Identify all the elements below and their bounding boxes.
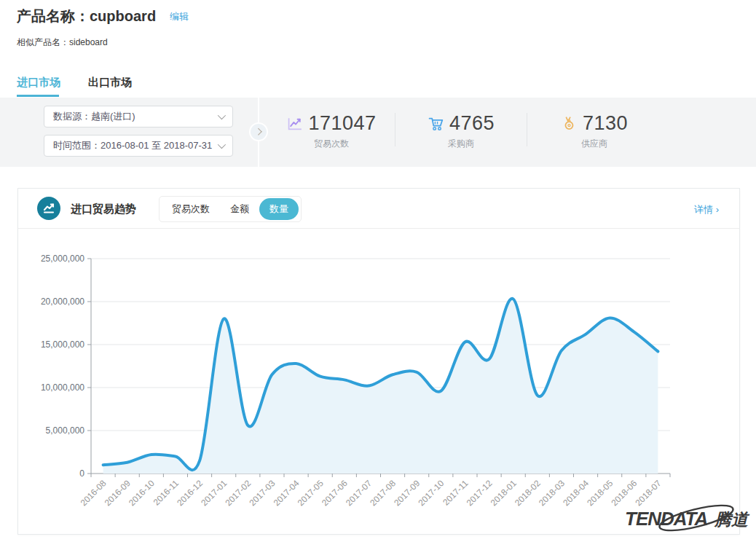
trend-chart-area: 05,000,00010,000,00015,000,00020,000,000…	[18, 229, 739, 534]
metric-toggle-group: 贸易次数 金额 数量	[159, 196, 302, 222]
svg-text:0: 0	[79, 468, 84, 479]
date-range-select[interactable]: 时间范围：2016-08-01 至 2018-07-31	[44, 135, 233, 157]
active-tab-underline	[17, 95, 59, 97]
svg-text:2017-07: 2017-07	[344, 478, 374, 508]
suppliers-label: 供应商	[581, 138, 607, 150]
logo-text-cjk: 腾道	[714, 510, 750, 529]
svg-text:25,000,000: 25,000,000	[41, 254, 84, 264]
svg-text:10,000,000: 10,000,000	[41, 382, 84, 393]
svg-text:2016-10: 2016-10	[127, 478, 157, 508]
detail-link[interactable]: 详情 ›	[694, 203, 719, 216]
filter-bar: 数据源：越南(进口) 时间范围：2016-08-01 至 2018-07-31 …	[0, 98, 756, 167]
svg-text:2017-05: 2017-05	[296, 478, 326, 508]
edit-link[interactable]: 编辑	[170, 10, 189, 23]
svg-text:15,000,000: 15,000,000	[41, 339, 84, 350]
trend-card-title: 进口贸易趋势	[71, 203, 136, 216]
trade-count-label: 贸易次数	[314, 138, 349, 150]
trend-chart: 05,000,00010,000,00015,000,00020,000,000…	[18, 229, 739, 534]
svg-text:2016-08: 2016-08	[79, 478, 109, 508]
buyers-label: 采购商	[448, 138, 474, 150]
stat-buyers: 4765 采购商	[428, 112, 495, 150]
tab-export-market[interactable]: 出口市场	[88, 76, 132, 90]
chevron-down-icon	[218, 141, 226, 149]
svg-text:2018-05: 2018-05	[585, 478, 615, 508]
expand-next-button[interactable]	[249, 122, 268, 141]
svg-text:2016-09: 2016-09	[103, 478, 133, 508]
svg-text:2017-02: 2017-02	[223, 478, 253, 508]
date-range-value: 时间范围：2016-08-01 至 2018-07-31	[53, 139, 212, 152]
svg-text:2018-04: 2018-04	[561, 478, 591, 508]
svg-text:2016-12: 2016-12	[175, 478, 205, 508]
chevron-down-icon	[218, 111, 226, 119]
import-trend-card: 进口贸易趋势 贸易次数 金额 数量 详情 › 05,000,00010,000,…	[17, 188, 740, 535]
svg-text:20,000,000: 20,000,000	[41, 296, 84, 307]
toggle-trade-count[interactable]: 贸易次数	[162, 198, 220, 220]
stat-suppliers: 7130 供应商	[561, 112, 628, 150]
trade-count-value: 171047	[308, 112, 376, 135]
page-title: 产品名称：cupboard	[17, 7, 156, 26]
svg-text:2017-03: 2017-03	[248, 478, 277, 508]
toggle-quantity[interactable]: 数量	[259, 198, 299, 220]
svg-text:2018-02: 2018-02	[513, 478, 543, 508]
data-source-value: 数据源：越南(进口)	[53, 110, 135, 123]
divider	[527, 113, 527, 146]
trend-card-header: 进口贸易趋势 贸易次数 金额 数量 详情 ›	[18, 189, 739, 229]
svg-text:2017-01: 2017-01	[199, 478, 229, 508]
svg-text:2017-08: 2017-08	[368, 478, 398, 508]
buyers-value: 4765	[449, 112, 495, 135]
svg-text:2017-06: 2017-06	[320, 478, 350, 508]
svg-text:2017-12: 2017-12	[465, 478, 495, 508]
market-tabs: 进口市场 出口市场	[17, 76, 132, 90]
logo-text: TENDATA	[625, 508, 707, 530]
suppliers-value: 7130	[583, 112, 628, 135]
svg-text:2018-01: 2018-01	[489, 478, 519, 508]
svg-text:2017-10: 2017-10	[416, 478, 446, 508]
data-source-select[interactable]: 数据源：越南(进口)	[44, 106, 233, 127]
similar-product-label: 相似产品名：sideboard	[17, 36, 108, 49]
divider	[395, 113, 395, 146]
toggle-amount[interactable]: 金额	[220, 198, 259, 220]
svg-text:2017-04: 2017-04	[272, 478, 302, 508]
chevron-right-icon	[254, 127, 261, 135]
medal-icon	[561, 115, 578, 132]
tendata-logo: TENDATA 腾道	[623, 500, 756, 541]
svg-text:5,000,000: 5,000,000	[46, 425, 85, 436]
svg-text:2017-09: 2017-09	[392, 478, 422, 508]
cart-icon	[428, 115, 444, 132]
trend-chart-icon	[37, 197, 60, 220]
line-chart-icon	[286, 115, 303, 132]
tab-import-market[interactable]: 进口市场	[17, 76, 60, 90]
stat-trade-count: 171047 贸易次数	[286, 112, 376, 150]
svg-text:2018-03: 2018-03	[537, 478, 567, 508]
